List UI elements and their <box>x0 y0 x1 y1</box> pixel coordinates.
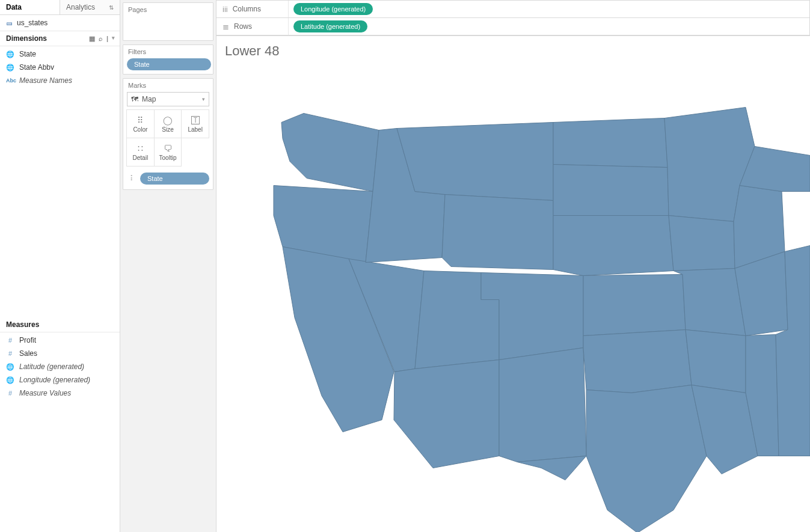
label-icon: 🅃 <box>191 115 200 125</box>
state-south-dakota[interactable] <box>553 165 669 216</box>
columns-shelf[interactable]: iii Columns Longitude (generated) <box>216 0 810 18</box>
sidebar-tabs: Data Analytics ⇅ <box>0 0 120 15</box>
tooltip-icon: 🗨 <box>164 144 172 153</box>
state-arkansas[interactable] <box>686 330 746 393</box>
divider: | <box>106 35 108 43</box>
tab-data[interactable]: Data <box>0 0 60 14</box>
us-map[interactable] <box>216 36 810 532</box>
color-icon: ⠿ <box>137 115 143 125</box>
columns-shelf-label: Columns <box>233 5 261 13</box>
abc-icon: Abc <box>6 78 14 84</box>
state-oklahoma[interactable] <box>583 330 692 393</box>
dimension-field[interactable]: 🌐State Abbv <box>0 61 120 74</box>
marks-label-button[interactable]: 🅃Label <box>181 109 209 138</box>
marks-pill-row: ⠇ State <box>123 170 213 189</box>
globe-icon: 🌐 <box>6 64 14 72</box>
pages-card-title: Pages <box>123 3 213 16</box>
marks-card: Marks 🗺 Map ▾ ⠿Color ◯Size 🅃Label ∷Detai… <box>123 78 213 190</box>
dimensions-header: Dimensions ▦ ⌕ | ▾ <box>0 31 120 46</box>
measure-field[interactable]: 🌐Latitude (generated) <box>0 360 120 373</box>
measure-field-label: Longitude (generated) <box>19 376 90 384</box>
menu-caret-icon[interactable]: ▾ <box>112 35 115 43</box>
data-sidebar: Data Analytics ⇅ 🝙 us_states Dimensions … <box>0 0 120 532</box>
detail-icon: ∷ <box>138 144 143 153</box>
search-icon[interactable]: ⌕ <box>99 35 103 43</box>
globe-icon: 🌐 <box>6 50 14 58</box>
measure-field[interactable]: 🌐Longitude (generated) <box>0 373 120 387</box>
state-montana[interactable] <box>397 123 553 201</box>
rows-shelf[interactable]: ≣ Rows Latitude (generated) <box>216 17 810 35</box>
state-kansas[interactable] <box>583 275 686 336</box>
measure-field-label: Measure Values <box>19 389 71 397</box>
chevron-down-icon: ▾ <box>202 96 205 102</box>
state-arizona[interactable] <box>394 360 499 468</box>
rows-shelf-label: Rows <box>234 22 252 31</box>
marks-tooltip-label: Tooltip <box>159 154 177 161</box>
main-area: iii Columns Longitude (generated) ≣ Rows… <box>216 0 810 532</box>
visualization-canvas[interactable]: Lower 48 <box>216 35 810 532</box>
filters-card[interactable]: Filters State <box>123 44 213 75</box>
state-new-mexico[interactable] <box>499 348 586 462</box>
rows-icon: ≣ <box>222 22 229 31</box>
marks-color-button[interactable]: ⠿Color <box>126 109 155 138</box>
datasource-row[interactable]: 🝙 us_states <box>0 15 120 31</box>
datasource-icon: 🝙 <box>6 19 13 27</box>
columns-icon: iii <box>222 5 228 14</box>
marks-grid: ⠿Color ◯Size 🅃Label <box>127 110 209 138</box>
marks-card-title: Marks <box>123 79 213 92</box>
marks-label-label: Label <box>188 126 202 133</box>
state-nebraska[interactable] <box>553 216 673 276</box>
columns-shelf-body[interactable]: Longitude (generated) <box>289 3 809 15</box>
marks-detail-label: Detail <box>133 154 149 161</box>
pages-card[interactable]: Pages <box>123 2 213 41</box>
hash-icon: # <box>6 350 14 357</box>
hash-icon: # <box>6 390 14 397</box>
tab-analytics-label: Analytics <box>66 3 95 11</box>
measure-field[interactable]: #Profit <box>0 334 120 347</box>
marks-size-button[interactable]: ◯Size <box>154 109 182 138</box>
dimensions-list: 🌐State🌐State AbbvAbcMeasure Names <box>0 46 120 88</box>
globe-icon: 🌐 <box>6 363 14 371</box>
mark-type-select[interactable]: 🗺 Map ▾ <box>127 92 209 106</box>
dimensions-header-tools: ▦ ⌕ | ▾ <box>89 35 115 43</box>
dimension-field[interactable]: AbcMeasure Names <box>0 74 120 87</box>
measures-header-label: Measures <box>6 320 39 329</box>
state-iowa[interactable] <box>669 216 735 271</box>
marks-color-label: Color <box>133 126 147 133</box>
swap-icon: ⇅ <box>109 4 114 11</box>
state-washington[interactable] <box>281 114 379 192</box>
state-wyoming[interactable] <box>442 195 553 270</box>
measure-field-label: Latitude (generated) <box>19 362 84 371</box>
size-icon: ◯ <box>163 115 173 125</box>
measure-field-label: Sales <box>19 349 37 358</box>
rows-shelf-body[interactable]: Latitude (generated) <box>289 20 809 32</box>
cards-column: Pages Filters State Marks 🗺 Map ▾ ⠿Color… <box>120 0 216 532</box>
marks-empty-cell <box>181 138 209 165</box>
filter-pill-state[interactable]: State <box>127 58 211 70</box>
filters-card-title: Filters <box>123 45 213 58</box>
globe-icon: 🌐 <box>6 376 14 384</box>
measure-field[interactable]: #Sales <box>0 347 120 360</box>
rows-shelf-label-area: ≣ Rows <box>216 18 289 35</box>
tab-analytics[interactable]: Analytics ⇅ <box>60 0 120 14</box>
marks-pill-state[interactable]: State <box>140 173 209 185</box>
columns-pill-longitude[interactable]: Longitude (generated) <box>293 3 373 15</box>
marks-detail-button[interactable]: ∷Detail <box>126 138 155 167</box>
sidebar-spacer <box>0 88 120 317</box>
measure-field[interactable]: #Measure Values <box>0 387 120 400</box>
detail-mini-icon[interactable]: ⠇ <box>127 174 138 183</box>
marks-tooltip-button[interactable]: 🗨Tooltip <box>154 138 182 167</box>
measures-header: Measures <box>0 317 120 332</box>
datasource-name: us_states <box>17 19 48 27</box>
dimension-field-label: State Abbv <box>19 63 54 72</box>
state-north-dakota[interactable] <box>553 118 667 168</box>
dimension-field[interactable]: 🌐State <box>0 47 120 61</box>
view-grid-icon[interactable]: ▦ <box>89 35 95 43</box>
marks-size-label: Size <box>162 126 173 133</box>
columns-shelf-label-area: iii Columns <box>216 1 289 17</box>
rows-pill-latitude[interactable]: Latitude (generated) <box>293 20 367 32</box>
dimension-field-label: Measure Names <box>19 76 72 85</box>
marks-grid-row2: ∷Detail 🗨Tooltip <box>127 138 209 167</box>
map-icon: 🗺 <box>131 95 138 103</box>
measure-field-label: Profit <box>19 336 36 344</box>
